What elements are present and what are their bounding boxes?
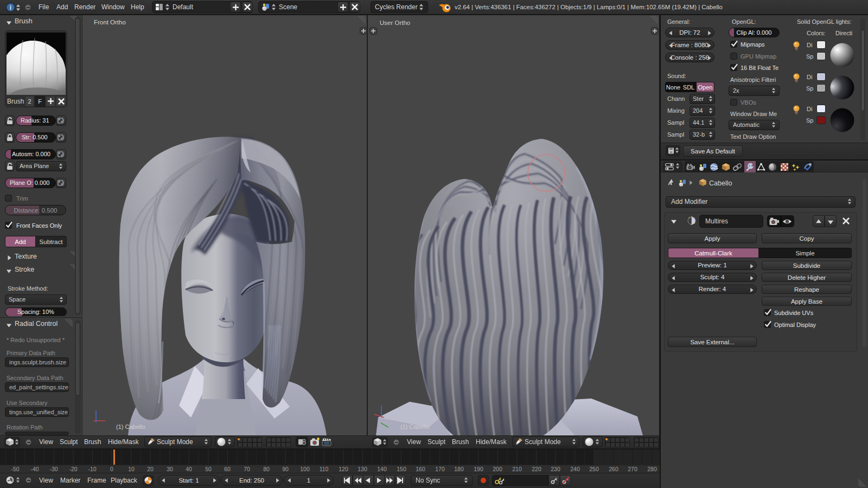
svg-text:60: 60 (224, 466, 231, 472)
svg-text:20: 20 (147, 466, 154, 472)
svg-text:110: 110 (320, 466, 329, 472)
svg-text:260: 260 (609, 466, 618, 472)
svg-text:-20: -20 (69, 466, 77, 472)
svg-text:-10: -10 (88, 466, 96, 472)
svg-text:120: 120 (339, 466, 348, 472)
svg-text:(1) Cabello: (1) Cabello (400, 423, 430, 430)
svg-text:130: 130 (358, 466, 367, 472)
svg-text:160: 160 (416, 466, 425, 472)
svg-text:190: 190 (474, 466, 483, 472)
svg-text:200: 200 (493, 466, 502, 472)
svg-text:70: 70 (244, 466, 250, 472)
svg-text:230: 230 (551, 466, 560, 472)
svg-text:180: 180 (454, 466, 464, 472)
svg-text:140: 140 (377, 466, 387, 472)
svg-text:40: 40 (186, 466, 192, 472)
svg-text:150: 150 (397, 466, 406, 472)
svg-text:User Ortho: User Ortho (380, 20, 410, 26)
svg-text:170: 170 (435, 466, 445, 472)
svg-text:90: 90 (282, 466, 289, 472)
svg-text:-50: -50 (11, 466, 19, 472)
svg-text:(1) Cabello: (1) Cabello (116, 423, 145, 430)
svg-text:100: 100 (300, 466, 310, 472)
svg-text:0: 0 (110, 466, 113, 472)
svg-text:10: 10 (128, 466, 135, 472)
svg-text:220: 220 (532, 466, 541, 472)
svg-text:250: 250 (589, 466, 599, 472)
svg-text:240: 240 (570, 466, 580, 472)
svg-text:30: 30 (167, 466, 173, 472)
svg-text:-40: -40 (30, 466, 39, 472)
svg-text:i: i (10, 4, 11, 11)
svg-text:Front Ortho: Front Ortho (94, 19, 126, 25)
svg-text:50: 50 (205, 466, 212, 472)
svg-text:80: 80 (263, 466, 270, 472)
svg-text:270: 270 (628, 466, 637, 472)
svg-text:210: 210 (512, 466, 522, 472)
svg-text:-30: -30 (49, 466, 58, 472)
svg-text:280: 280 (647, 466, 657, 472)
